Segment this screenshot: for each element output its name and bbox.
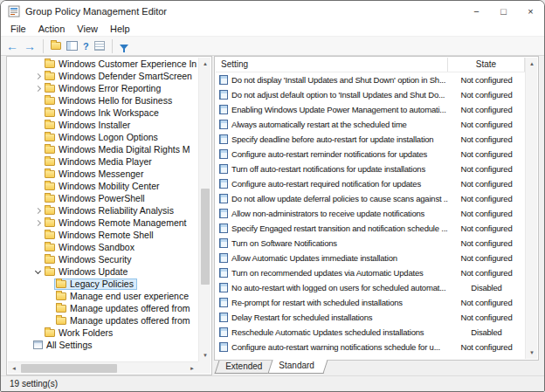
- list-vertical-scrollbar[interactable]: ▲ ▼: [525, 58, 537, 359]
- scroll-down-button[interactable]: ▼: [526, 347, 538, 359]
- tree-item[interactable]: Windows Installer: [8, 119, 198, 131]
- scroll-up-button[interactable]: ▲: [526, 58, 538, 70]
- minimize-button[interactable]: −: [463, 1, 490, 22]
- tree-node[interactable]: Windows PowerShell: [43, 193, 148, 204]
- tree-node[interactable]: Windows Sandbox: [43, 242, 138, 253]
- scrollbar-thumb[interactable]: [21, 364, 117, 373]
- menu-view[interactable]: View: [71, 24, 104, 34]
- settings-row[interactable]: Turn on Software NotificationsNot config…: [216, 236, 525, 251]
- settings-row[interactable]: No auto-restart with logged on users for…: [216, 280, 525, 295]
- tree-node[interactable]: Windows Ink Workspace: [43, 107, 162, 119]
- tree-node[interactable]: Manage updates offered from: [54, 303, 194, 314]
- tree-node[interactable]: Legacy Policies: [54, 279, 137, 290]
- settings-row[interactable]: Reschedule Automatic Updates scheduled i…: [216, 325, 525, 340]
- tree-item[interactable]: Windows Media Digital Rights M: [8, 143, 198, 155]
- close-button[interactable]: ×: [517, 1, 544, 22]
- settings-row[interactable]: Configure auto-restart reminder notifica…: [216, 147, 525, 162]
- tree-item[interactable]: Windows Remote Management: [8, 217, 198, 229]
- tree-node[interactable]: Windows Remote Management: [43, 217, 190, 229]
- tree-item[interactable]: Windows Reliability Analysis: [8, 204, 198, 217]
- tree-node[interactable]: Manage end user experience: [54, 291, 192, 302]
- tree-node[interactable]: Windows Security: [43, 254, 135, 265]
- tree-node[interactable]: Windows Media Digital Rights M: [43, 144, 194, 155]
- scroll-left-button[interactable]: ◄: [8, 362, 20, 375]
- scroll-right-button[interactable]: ►: [186, 362, 198, 375]
- settings-row[interactable]: Re-prompt for restart with scheduled ins…: [216, 295, 525, 310]
- tree-item[interactable]: Windows Defender SmartScreen: [8, 70, 198, 82]
- scroll-down-button[interactable]: ▼: [199, 349, 211, 361]
- tree-item[interactable]: Windows Security: [8, 253, 198, 265]
- tree-item[interactable]: Work Folders: [8, 327, 198, 339]
- tree-item[interactable]: All Settings: [8, 339, 198, 351]
- show-console-tree-icon[interactable]: [66, 41, 78, 51]
- expand-chevron-icon[interactable]: [32, 217, 43, 228]
- help-icon[interactable]: ?: [83, 41, 89, 52]
- settings-row[interactable]: Delay Restart for scheduled installation…: [216, 310, 525, 325]
- settings-row[interactable]: Do not allow update deferral policies to…: [216, 191, 525, 206]
- settings-row[interactable]: Turn off auto-restart notifications for …: [216, 162, 525, 176]
- tree-item[interactable]: Manage updates offered from: [8, 314, 198, 327]
- tree-item[interactable]: Windows Media Player: [8, 155, 198, 168]
- tree-item[interactable]: Manage updates offered from: [8, 302, 198, 314]
- expand-chevron-icon[interactable]: [32, 83, 43, 93]
- settings-row[interactable]: Enabling Windows Update Power Management…: [216, 102, 525, 117]
- tree-node[interactable]: All Settings: [31, 340, 96, 351]
- tree-item[interactable]: Windows Remote Shell: [8, 229, 198, 241]
- settings-row[interactable]: Specify deadline before auto-restart for…: [216, 132, 525, 147]
- settings-row[interactable]: Do not adjust default option to 'Install…: [216, 87, 525, 102]
- column-header-setting[interactable]: Setting: [216, 58, 448, 72]
- menu-file[interactable]: File: [4, 24, 32, 34]
- tree-vertical-scrollbar[interactable]: ▲ ▼: [198, 58, 210, 361]
- tab-standard[interactable]: Standard: [268, 360, 328, 374]
- tree-item[interactable]: Manage end user experience: [8, 290, 198, 302]
- tree-horizontal-scrollbar[interactable]: ◄ ►: [8, 361, 198, 374]
- tree-node[interactable]: Windows Customer Experience In: [43, 58, 198, 70]
- up-one-level-icon[interactable]: [51, 42, 61, 50]
- tree-item[interactable]: Windows Messenger: [8, 168, 198, 180]
- forward-button[interactable]: →: [24, 40, 36, 52]
- column-header-state[interactable]: State: [448, 58, 525, 72]
- menu-action[interactable]: Action: [32, 24, 72, 34]
- tree-item[interactable]: Windows Ink Workspace: [8, 107, 198, 119]
- tree-node[interactable]: Windows Media Player: [43, 156, 155, 168]
- titlebar[interactable]: Group Policy Management Editor − □ ×: [1, 1, 544, 22]
- tab-extended[interactable]: Extended: [215, 361, 276, 374]
- expand-chevron-icon[interactable]: [32, 71, 43, 81]
- tree-node[interactable]: Manage updates offered from: [54, 315, 194, 327]
- settings-row[interactable]: Configure auto-restart required notifica…: [216, 176, 525, 191]
- tree-node[interactable]: Work Folders: [43, 327, 116, 339]
- settings-row[interactable]: Specify Engaged restart transition and n…: [216, 221, 525, 236]
- tree-item[interactable]: Windows Update: [8, 265, 198, 278]
- tree-node[interactable]: Windows Defender SmartScreen: [43, 71, 196, 82]
- tree-item[interactable]: Windows Customer Experience In: [8, 58, 198, 70]
- tree-node[interactable]: Windows Logon Options: [43, 132, 162, 143]
- tree-item[interactable]: Windows Hello for Business: [8, 94, 198, 107]
- tree-node[interactable]: Windows Update: [43, 266, 131, 278]
- filter-icon[interactable]: [120, 45, 128, 50]
- settings-row[interactable]: Do not display 'Install Updates and Shut…: [216, 72, 525, 87]
- scroll-up-button[interactable]: ▲: [199, 58, 211, 70]
- settings-row[interactable]: Always automatically restart at the sche…: [216, 117, 525, 132]
- tree-item[interactable]: Windows Sandbox: [8, 241, 198, 253]
- expand-chevron-icon[interactable]: [32, 205, 43, 216]
- tree-node[interactable]: Windows Mobility Center: [43, 181, 163, 192]
- export-list-icon[interactable]: [94, 41, 105, 51]
- tree-item[interactable]: Windows Error Reporting: [8, 82, 198, 94]
- back-button[interactable]: ←: [6, 40, 18, 52]
- settings-row[interactable]: Allow non-administrators to receive upda…: [216, 206, 525, 221]
- tree-node[interactable]: Windows Error Reporting: [43, 83, 164, 94]
- menu-help[interactable]: Help: [104, 24, 136, 34]
- settings-row[interactable]: Configure auto-restart warning notificat…: [216, 340, 525, 354]
- settings-row[interactable]: Turn on recommended updates via Automati…: [216, 265, 525, 280]
- tree-item[interactable]: Windows Logon Options: [8, 131, 198, 143]
- tree-item[interactable]: Legacy Policies: [8, 278, 198, 290]
- tree-node[interactable]: Windows Installer: [43, 120, 134, 131]
- tree-node[interactable]: Windows Messenger: [43, 168, 147, 180]
- collapse-chevron-icon[interactable]: [32, 266, 43, 277]
- scrollbar-thumb[interactable]: [201, 189, 210, 285]
- tree-item[interactable]: Windows Mobility Center: [8, 180, 198, 192]
- tree-item[interactable]: Windows PowerShell: [8, 192, 198, 204]
- tree-node[interactable]: Windows Remote Shell: [43, 230, 157, 241]
- tree-node[interactable]: Windows Hello for Business: [43, 95, 176, 107]
- tree-node[interactable]: Windows Reliability Analysis: [43, 205, 177, 217]
